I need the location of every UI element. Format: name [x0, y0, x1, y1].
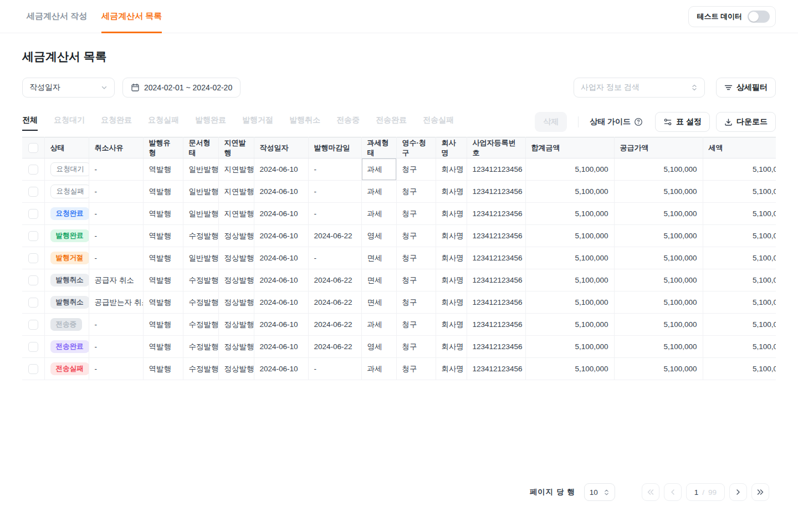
page-indicator[interactable]: 1 / 99: [686, 483, 725, 501]
date-type-select[interactable]: 작성일자: [22, 78, 115, 98]
column-header-상태: 상태: [44, 137, 89, 158]
up-down-chevron-icon: [691, 84, 698, 91]
pager: 1 / 99: [642, 483, 769, 501]
row-checkbox[interactable]: [28, 253, 38, 263]
doc-form-cell: 수정발행: [183, 269, 218, 291]
status-tab-전송실패[interactable]: 전송실패: [423, 115, 454, 129]
status-tab-요청완료[interactable]: 요청완료: [101, 115, 132, 129]
download-button[interactable]: 다운로드: [716, 112, 776, 132]
rows-per-page-select[interactable]: 10: [584, 483, 615, 501]
receipt-type-cell: 청구: [396, 269, 436, 291]
next-page-button[interactable]: [729, 483, 747, 501]
table-row: 발행거절-역발행일반발행정상발행2024-06-10-면세청구회사명123412…: [22, 247, 776, 269]
date-range-picker[interactable]: 2024-02-01 ~ 2024-02-20: [122, 78, 241, 98]
test-data-label: 테스트 데이터: [697, 12, 742, 22]
double-chevron-left-icon: [647, 489, 654, 495]
delete-button[interactable]: 삭제: [535, 112, 567, 132]
row-checkbox[interactable]: [28, 187, 38, 197]
status-cell: 전송실패: [44, 358, 89, 380]
delay-type-cell: 정상발행: [218, 225, 254, 247]
prev-page-button[interactable]: [664, 483, 682, 501]
status-tab-전체[interactable]: 전체: [22, 115, 38, 129]
select-all-checkbox[interactable]: [28, 143, 38, 153]
row-checkbox[interactable]: [28, 275, 38, 285]
page-title: 세금계산서 목록: [22, 49, 776, 64]
status-row: 전체요청대기요청완료요청실패발행완료발행거절발행취소전송중전송완료전송실패 삭제…: [22, 112, 776, 132]
chevron-left-icon: [670, 489, 676, 495]
tax-amount-cell: 5,100,000: [703, 358, 776, 380]
row-checkbox[interactable]: [28, 209, 38, 219]
delay-type-cell: 정상발행: [218, 314, 254, 336]
row-checkbox[interactable]: [28, 320, 38, 330]
status-tab-전송완료[interactable]: 전송완료: [376, 115, 407, 129]
tab-invoice-list[interactable]: 세금계산서 목록: [101, 0, 162, 33]
row-checkbox[interactable]: [28, 364, 38, 374]
company-name-cell: 회사명: [436, 336, 467, 358]
tax-amount-cell: 5,100,000: [703, 181, 776, 203]
table-row: 전송중-역발행수정발행정상발행2024-06-102024-06-22과세청구회…: [22, 314, 776, 336]
status-tab-발행취소[interactable]: 발행취소: [289, 115, 320, 129]
company-name-cell: 회사명: [436, 203, 467, 225]
status-cell: 발행완료: [44, 225, 89, 247]
row-checkbox[interactable]: [28, 298, 38, 308]
tab-invoice-create[interactable]: 세금계산서 작성: [27, 0, 87, 33]
delay-type-cell: 정상발행: [218, 247, 254, 269]
created-date-cell: 2024-06-10: [254, 336, 308, 358]
table-row: 전송완료-역발행수정발행정상발행2024-06-102024-06-22영세청구…: [22, 336, 776, 358]
tax-amount-cell: 5,100,000: [703, 158, 776, 181]
company-name-cell: 회사명: [436, 314, 467, 336]
company-name-cell: 회사명: [436, 269, 467, 291]
status-tab-발행거절[interactable]: 발행거절: [242, 115, 273, 129]
test-data-toggle[interactable]: [748, 11, 770, 23]
status-badge: 요청완료: [50, 207, 89, 221]
tax-form-cell: 영세: [361, 336, 396, 358]
toggle-knob: [749, 12, 759, 22]
row-checkbox[interactable]: [28, 165, 38, 175]
issue-type-cell: 역발행: [143, 225, 183, 247]
column-header-과세형태: 과세형태: [361, 137, 396, 158]
table-settings-button[interactable]: 표 설정: [655, 112, 710, 132]
cancel-reason-cell: -: [89, 247, 143, 269]
header-select-all-cell: [22, 137, 44, 158]
row-checkbox-cell: [22, 269, 44, 291]
status-badge: 전송실패: [50, 362, 89, 376]
company-name-cell: 회사명: [436, 158, 467, 181]
company-name-cell: 회사명: [436, 291, 467, 314]
status-badge: 발행취소: [50, 274, 89, 287]
status-filter-tabs: 전체요청대기요청완료요청실패발행완료발행거절발행취소전송중전송완료전송실패: [22, 115, 454, 129]
first-page-button[interactable]: [642, 483, 659, 501]
supply-amount-cell: 5,100,000: [614, 203, 703, 225]
tax-form-cell: 영세: [361, 225, 396, 247]
business-search-select[interactable]: 사업자 정보 검색: [574, 78, 705, 98]
deadline-cell: -: [308, 358, 361, 380]
receipt-type-cell: 청구: [396, 291, 436, 314]
tax-amount-cell: 5,100,000: [703, 269, 776, 291]
row-checkbox[interactable]: [28, 342, 38, 352]
tax-amount-cell: 5,100,000: [703, 314, 776, 336]
business-number-cell: 123412123456: [467, 247, 525, 269]
toolbar-divider: [578, 116, 579, 127]
status-guide-button[interactable]: 상태 가이드: [590, 117, 643, 127]
status-cell: 발행거절: [44, 247, 89, 269]
row-checkbox[interactable]: [28, 231, 38, 241]
issue-type-cell: 역발행: [143, 269, 183, 291]
status-cell: 요청대기: [44, 158, 89, 181]
tax-form-cell: 과세: [361, 203, 396, 225]
deadline-cell: 2024-06-22: [308, 336, 361, 358]
last-page-button[interactable]: [751, 483, 769, 501]
status-tab-발행완료[interactable]: 발행완료: [195, 115, 226, 129]
status-tab-요청실패[interactable]: 요청실패: [148, 115, 179, 129]
status-tab-요청대기[interactable]: 요청대기: [54, 115, 85, 129]
status-tab-전송중[interactable]: 전송중: [336, 115, 360, 129]
table-row: 발행완료-역발행수정발행정상발행2024-06-102024-06-22영세청구…: [22, 225, 776, 247]
detail-filter-button[interactable]: 상세필터: [716, 78, 776, 98]
total-amount-cell: 5,100,000: [525, 358, 614, 380]
delay-type-cell: 정상발행: [218, 269, 254, 291]
created-date-cell: 2024-06-10: [254, 203, 308, 225]
question-circle-icon: [634, 117, 643, 126]
business-number-cell: 123412123456: [467, 336, 525, 358]
detail-filter-label: 상세필터: [736, 83, 768, 93]
tax-form-cell: 과세: [361, 181, 396, 203]
chevron-right-icon: [735, 489, 741, 495]
deadline-cell: 2024-06-22: [308, 291, 361, 314]
